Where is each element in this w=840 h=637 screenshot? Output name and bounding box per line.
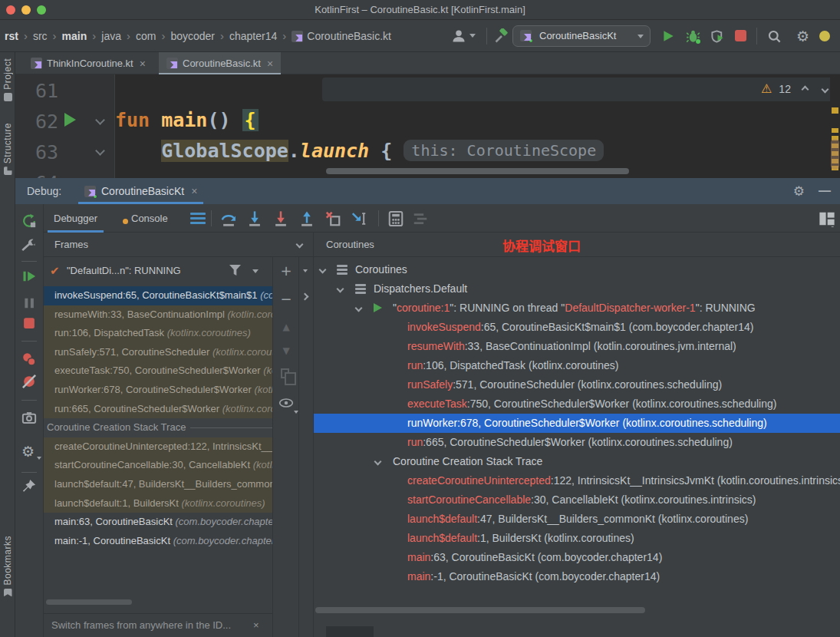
coroutine-frame-row[interactable]: resumeWith:33, BaseContinuationImpl (kot… bbox=[314, 337, 840, 356]
tab-coroutinebasic[interactable]: CoroutineBasic.kt × bbox=[159, 52, 281, 74]
run-to-cursor-icon[interactable] bbox=[351, 210, 367, 227]
build-hammer-icon[interactable] bbox=[494, 28, 509, 44]
coroutine-frame-row[interactable]: main:-1, CoroutineBasicKt (com.boycoder.… bbox=[314, 567, 840, 586]
frame-row[interactable]: runWorker:678, CoroutineScheduler$Worker… bbox=[44, 381, 272, 400]
code-line-62[interactable]: fun main() { bbox=[115, 105, 259, 136]
coroutine-frame-row[interactable]: run:106, DispatchedTask (kotlinx.corouti… bbox=[314, 356, 840, 375]
fold-chevron-icon[interactable] bbox=[95, 146, 105, 156]
inspections-widget[interactable]: ⚠ 12 bbox=[761, 80, 828, 98]
pause-program-icon[interactable] bbox=[21, 295, 37, 311]
session-close-icon[interactable]: × bbox=[191, 185, 197, 197]
coroutine-frame-row[interactable]: executeTask:750, CoroutineScheduler$Work… bbox=[314, 394, 840, 414]
force-step-into-icon[interactable] bbox=[272, 210, 289, 227]
tab-close-icon[interactable]: × bbox=[267, 58, 273, 70]
duplicate-icon[interactable] bbox=[281, 368, 289, 378]
expand-panel-icon[interactable] bbox=[301, 293, 309, 301]
frame-row[interactable]: createCoroutineUnintercepted:122, Intrin… bbox=[44, 437, 272, 457]
wrench-icon[interactable] bbox=[21, 238, 37, 253]
fold-chevron-icon[interactable] bbox=[95, 115, 105, 125]
frame-row[interactable]: resumeWith:33, BaseContinuationImpl (kot… bbox=[44, 305, 272, 325]
frame-row[interactable]: run:665, CoroutineScheduler$Worker (kotl… bbox=[44, 400, 272, 419]
frames-horizontal-scrollbar[interactable] bbox=[46, 599, 132, 605]
breadcrumb-item[interactable]: rst bbox=[5, 30, 18, 42]
next-warning-icon[interactable] bbox=[821, 85, 828, 93]
frames-separator-row[interactable]: Coroutine Creation Stack Trace bbox=[44, 418, 272, 437]
panel-splitter[interactable] bbox=[299, 257, 313, 637]
coroutine-frame-row[interactable]: main:63, CoroutineBasicKt (com.boycoder.… bbox=[314, 548, 840, 567]
add-watch-icon[interactable]: + bbox=[278, 263, 294, 279]
run-with-coverage-button[interactable] bbox=[710, 29, 726, 45]
coroutine-tree-row[interactable]: "coroutine:1": RUNNING on thread "Defaul… bbox=[314, 299, 840, 318]
mute-breakpoints-icon[interactable] bbox=[21, 374, 37, 389]
notification-indicator-icon[interactable] bbox=[819, 31, 830, 41]
coroutines-horizontal-scrollbar[interactable] bbox=[315, 607, 645, 613]
filter-funnel-icon[interactable] bbox=[229, 265, 241, 276]
breadcrumb-item[interactable]: src bbox=[33, 30, 48, 42]
settings-gear-icon[interactable]: ⚙ bbox=[796, 29, 809, 44]
hide-toolwindow-icon[interactable]: — bbox=[819, 184, 831, 198]
thread-selector[interactable]: ✔ "DefaultDi...n": RUNNING bbox=[44, 257, 272, 285]
tree-expand-chevron-icon[interactable] bbox=[355, 305, 363, 312]
tab-console[interactable]: Console bbox=[131, 204, 168, 233]
frame-row[interactable]: launch$default:47, BuildersKt__Builders_… bbox=[44, 475, 272, 494]
coroutine-tree-row[interactable]: Coroutines bbox=[314, 260, 840, 279]
debug-settings-gear-icon[interactable]: ⚙ bbox=[793, 185, 805, 198]
sidebar-item-project[interactable]: Project bbox=[0, 58, 15, 101]
debug-session-tab[interactable]: CoroutineBasicKt × bbox=[78, 178, 203, 204]
coroutine-frame-row[interactable]: startCoroutineCancellable:30, Cancellabl… bbox=[314, 490, 840, 510]
splitter-dropdown-icon[interactable] bbox=[303, 269, 308, 272]
breadcrumb-item[interactable]: main bbox=[62, 30, 87, 42]
frame-row[interactable]: run:106, DispatchedTask (kotlinx.corouti… bbox=[44, 324, 272, 343]
debugger-settings-gear-icon[interactable]: ⚙ bbox=[21, 444, 37, 460]
pin-icon[interactable] bbox=[21, 478, 37, 493]
window-layout-icon[interactable] bbox=[819, 210, 835, 227]
breadcrumb-item[interactable]: com bbox=[136, 30, 156, 42]
run-line-icon[interactable] bbox=[64, 113, 76, 127]
step-over-icon[interactable] bbox=[220, 210, 237, 227]
evaluate-expression-icon[interactable] bbox=[387, 210, 404, 227]
breadcrumb-item[interactable]: java bbox=[101, 30, 121, 42]
remove-watch-icon[interactable]: − bbox=[278, 292, 294, 307]
stop-button[interactable] bbox=[735, 30, 746, 41]
frame-row[interactable]: launch$default:1, BuildersKt (kotlinx.co… bbox=[44, 494, 272, 513]
show-values-eye-icon[interactable] bbox=[278, 397, 294, 412]
editor-vertical-scrollbar[interactable] bbox=[831, 139, 839, 170]
breadcrumb-item[interactable]: chapter14 bbox=[229, 30, 277, 42]
move-down-icon[interactable]: ▼ bbox=[278, 343, 294, 358]
coroutine-frame-row[interactable]: invokeSuspend:65, CoroutineBasicKt$main$… bbox=[314, 318, 840, 337]
coroutine-frame-row[interactable]: launch$default:47, BuildersKt__Builders_… bbox=[314, 510, 840, 529]
stop-debug-icon[interactable] bbox=[21, 315, 37, 331]
run-button[interactable] bbox=[661, 29, 677, 45]
search-everywhere-icon[interactable] bbox=[767, 29, 782, 45]
frame-row[interactable]: invokeSuspend:65, CoroutineBasicKt$main$… bbox=[44, 286, 272, 305]
coroutine-tree-row[interactable]: Coroutine Creation Stack Trace bbox=[314, 452, 840, 471]
move-up-icon[interactable]: ▲ bbox=[278, 319, 294, 335]
editor-error-stripe[interactable] bbox=[830, 74, 840, 178]
layout-settings-lines-icon[interactable] bbox=[412, 210, 429, 227]
coroutine-frame-row[interactable]: runSafely:571, CoroutineScheduler (kotli… bbox=[314, 375, 840, 394]
frames-collapse-icon[interactable] bbox=[296, 241, 304, 249]
frame-row[interactable]: executeTask:750, CoroutineScheduler$Work… bbox=[44, 361, 272, 381]
user-profile-icon[interactable] bbox=[451, 28, 466, 44]
code-editor[interactable]: 61 62 63 64 fun main() { GlobalScope.lau… bbox=[15, 74, 840, 178]
step-into-icon[interactable] bbox=[246, 210, 263, 227]
breadcrumb-item[interactable]: CoroutineBasic.kt bbox=[307, 30, 391, 42]
tab-debugger[interactable]: Debugger bbox=[54, 204, 97, 233]
code-line-63[interactable]: GlobalScope.launch { this: CoroutineScop… bbox=[115, 136, 604, 167]
resume-program-icon[interactable] bbox=[21, 269, 37, 284]
frame-row[interactable]: startCoroutineCancellable:30, Cancellabl… bbox=[44, 456, 272, 475]
sidebar-item-bookmarks[interactable]: Bookmarks bbox=[0, 536, 15, 597]
tab-thinkincoroutine[interactable]: ThinkInCoroutine.kt × bbox=[23, 52, 153, 74]
memory-snapshot-camera-icon[interactable] bbox=[21, 410, 37, 425]
thread-dropdown-icon[interactable] bbox=[252, 269, 259, 273]
frame-row[interactable]: main:-1, CoroutineBasicKt (com.boycoder.… bbox=[44, 532, 272, 551]
coroutine-frame-row[interactable]: launch$default:1, BuildersKt (kotlinx.co… bbox=[314, 529, 840, 548]
user-profile-dropdown-icon[interactable] bbox=[469, 34, 476, 38]
step-out-icon[interactable] bbox=[298, 210, 315, 227]
hint-close-icon[interactable]: × bbox=[253, 614, 259, 637]
sidebar-item-structure[interactable]: Structure bbox=[0, 123, 15, 175]
editor-horizontal-scrollbar[interactable] bbox=[326, 168, 629, 174]
tree-expand-chevron-icon[interactable] bbox=[319, 266, 327, 274]
drop-frame-icon[interactable] bbox=[324, 210, 341, 227]
prev-warning-icon[interactable] bbox=[801, 85, 809, 93]
